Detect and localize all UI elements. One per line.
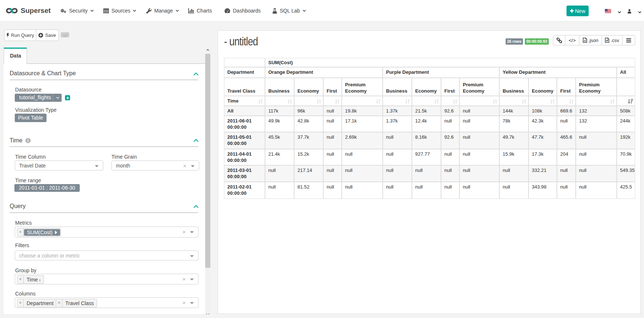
svg-text:db: db [583,39,586,42]
